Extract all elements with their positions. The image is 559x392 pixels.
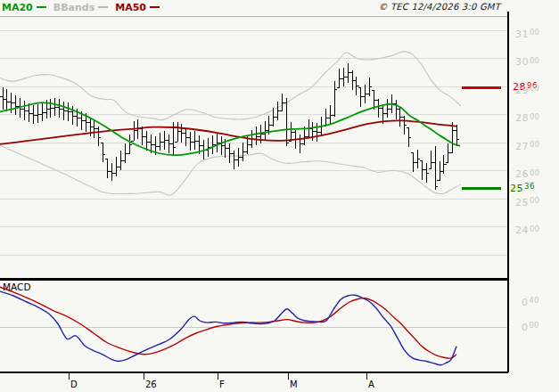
macd-axis-label: 040 [522, 298, 538, 308]
time-axis-label: D [70, 380, 78, 389]
legend-ma20-line-swatch [37, 6, 46, 8]
price-axis-label: 2700 [515, 142, 539, 152]
support-price-sup: 36 [524, 182, 535, 191]
price-axis-label: 2800 [515, 113, 539, 124]
legend-ma50-label: MA50 [115, 2, 146, 13]
support-price-label: 2536 [510, 184, 535, 194]
time-axis-label: 26 [145, 380, 157, 389]
time-axis-label: M [290, 380, 298, 389]
macd-axis-label: 000 [522, 323, 538, 333]
price-axis-label: 2500 [515, 198, 539, 208]
time-axis-label: F [219, 380, 225, 389]
stock-chart-window: MA20 BBands MA50 © TEC 12/4/2026 3:0 GMT… [0, 0, 559, 392]
price-axis-label: 3100 [515, 29, 539, 40]
indicator-legend: MA20 BBands MA50 [2, 1, 167, 13]
price-macd-chart-canvas [0, 0, 559, 392]
legend-ma20-label: MA20 [2, 2, 33, 13]
legend-ma50-line-swatch [150, 6, 160, 8]
price-axis-label: 2600 [515, 169, 539, 180]
macd-panel-label: MACD [3, 282, 30, 292]
support-price-main: 25 [510, 183, 523, 194]
legend-bbands-label: BBands [53, 2, 95, 13]
time-axis-label: A [368, 380, 374, 389]
price-axis-label: 2900 [515, 86, 539, 96]
copyright-timestamp: © TEC 12/4/2026 3:0 GMT [378, 2, 500, 12]
legend-bbands-line-swatch [98, 6, 108, 8]
price-axis-label: 2400 [515, 225, 539, 236]
price-axis-label: 3000 [515, 57, 539, 68]
